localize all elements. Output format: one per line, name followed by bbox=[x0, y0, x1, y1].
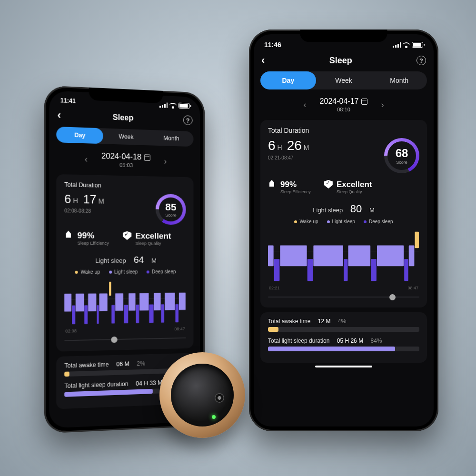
efficiency-metric: 99%Sleep Efficiency bbox=[64, 231, 109, 246]
total-duration-label: Total Duration bbox=[64, 181, 186, 190]
chart-axis: 02:2108:47 bbox=[268, 286, 419, 290]
svg-rect-26 bbox=[313, 246, 343, 267]
page-title: Sleep bbox=[329, 56, 352, 66]
awake-bar bbox=[268, 327, 278, 332]
total-duration-label: Total Duration bbox=[268, 127, 419, 134]
back-button[interactable]: ‹ bbox=[57, 109, 61, 121]
phone-right: 11:46 ‹ Sleep ? Day Week Month ‹ 2024-04… bbox=[249, 30, 438, 431]
svg-rect-17 bbox=[161, 304, 164, 323]
prev-day-button[interactable]: ‹ bbox=[304, 100, 307, 110]
summary-card: Total Duration 6H 26M 02:21-08:47 68 Sco… bbox=[260, 120, 427, 307]
svg-rect-1 bbox=[64, 294, 71, 312]
svg-rect-6 bbox=[97, 305, 99, 324]
svg-rect-8 bbox=[109, 282, 111, 296]
svg-rect-9 bbox=[111, 305, 115, 324]
light-sleep-bar bbox=[268, 347, 395, 351]
tab-day[interactable]: Day bbox=[56, 127, 103, 144]
tab-week[interactable]: Week bbox=[316, 77, 372, 84]
svg-rect-10 bbox=[115, 293, 123, 311]
rocket-icon bbox=[64, 231, 73, 240]
next-day-button[interactable]: › bbox=[164, 156, 167, 166]
svg-rect-18 bbox=[165, 293, 175, 310]
svg-rect-32 bbox=[409, 246, 415, 267]
screen-right: 11:46 ‹ Sleep ? Day Week Month ‹ 2024-04… bbox=[254, 34, 434, 426]
quality-metric: ExcellentSleep Quality bbox=[324, 180, 372, 194]
date-display[interactable]: 2024-04-17 08:10 bbox=[320, 97, 368, 112]
quality-metric: ExcellentSleep Quality bbox=[123, 231, 171, 246]
date-selector: ‹ 2024-04-18 05:03 › bbox=[49, 147, 200, 175]
svg-rect-25 bbox=[307, 259, 313, 281]
svg-rect-3 bbox=[76, 294, 84, 312]
svg-rect-12 bbox=[129, 293, 135, 311]
svg-rect-13 bbox=[136, 305, 139, 323]
signal-icon bbox=[159, 102, 168, 108]
battery-icon bbox=[412, 42, 423, 48]
shield-icon bbox=[324, 180, 333, 188]
svg-rect-24 bbox=[280, 246, 307, 267]
score-ring: 68 Score bbox=[384, 138, 419, 173]
tab-week[interactable]: Week bbox=[103, 133, 149, 141]
help-button[interactable]: ? bbox=[183, 115, 193, 125]
svg-rect-31 bbox=[404, 259, 408, 281]
legend-dot-light bbox=[327, 220, 330, 223]
status-time: 11:46 bbox=[264, 41, 281, 49]
legend-dot-deep bbox=[147, 270, 149, 273]
calendar-icon bbox=[361, 99, 367, 105]
navbar: ‹ Sleep ? bbox=[254, 52, 434, 71]
back-button[interactable]: ‹ bbox=[261, 54, 265, 67]
svg-rect-5 bbox=[88, 294, 96, 311]
legend-dot-light bbox=[109, 270, 112, 273]
svg-rect-29 bbox=[371, 259, 377, 281]
svg-rect-2 bbox=[72, 306, 75, 324]
svg-rect-33 bbox=[415, 232, 418, 248]
svg-rect-4 bbox=[84, 305, 88, 324]
notch bbox=[300, 30, 387, 42]
home-indicator[interactable] bbox=[315, 366, 372, 367]
chart-legend: Wake up Light sleep Deep sleep bbox=[64, 269, 186, 275]
page-title: Sleep bbox=[113, 113, 134, 122]
chart-scrubber[interactable] bbox=[64, 334, 186, 345]
svg-rect-30 bbox=[377, 246, 404, 267]
ring-sensor-icon bbox=[215, 393, 224, 403]
legend-dot-wake bbox=[75, 270, 78, 273]
sleep-stage-chart[interactable] bbox=[64, 279, 186, 327]
date-display[interactable]: 2024-04-18 05:03 bbox=[101, 152, 150, 169]
svg-rect-19 bbox=[175, 304, 178, 322]
svg-rect-16 bbox=[154, 293, 160, 310]
rocket-icon bbox=[268, 180, 277, 188]
tab-month[interactable]: Month bbox=[371, 77, 427, 84]
date-subtime: 05:03 bbox=[101, 161, 150, 169]
chart-scrubber[interactable] bbox=[268, 293, 419, 301]
svg-rect-11 bbox=[124, 305, 128, 323]
light-sleep-row: Total light sleep duration 05 H 26 M 84% bbox=[268, 337, 419, 351]
svg-rect-27 bbox=[344, 259, 347, 281]
sleep-stage-chart[interactable] bbox=[268, 229, 419, 284]
chart-legend: Wake up Light sleep Deep sleep bbox=[268, 219, 419, 224]
awake-bar bbox=[64, 372, 69, 377]
svg-rect-20 bbox=[179, 293, 186, 310]
sleep-range: 02:21-08:47 bbox=[268, 155, 312, 160]
stage-header: Light sleep 80 M bbox=[268, 203, 419, 215]
svg-rect-7 bbox=[99, 293, 107, 311]
awake-row: Total awake time 12 M 4% bbox=[268, 318, 419, 332]
svg-rect-28 bbox=[348, 246, 371, 267]
sleep-range: 02:08-08:28 bbox=[64, 208, 107, 214]
prev-day-button[interactable]: ‹ bbox=[85, 154, 88, 164]
next-day-button[interactable]: › bbox=[381, 100, 384, 110]
date-text: 2024-04-18 bbox=[101, 152, 141, 162]
stage-header: Light sleep 64 M bbox=[64, 255, 186, 266]
status-time: 11:41 bbox=[60, 97, 76, 105]
tab-day[interactable]: Day bbox=[260, 71, 316, 89]
period-segmented: Day Week Month bbox=[260, 71, 427, 89]
breakdown-card: Total awake time 12 M 4% Total light sle… bbox=[260, 312, 427, 363]
ring-led-icon bbox=[212, 415, 216, 419]
svg-rect-22 bbox=[268, 246, 274, 267]
tab-month[interactable]: Month bbox=[149, 134, 194, 142]
legend-dot-wake bbox=[294, 220, 297, 223]
help-button[interactable]: ? bbox=[416, 56, 426, 65]
date-subtime: 08:10 bbox=[320, 107, 368, 112]
date-text: 2024-04-17 bbox=[320, 97, 359, 106]
smart-ring-image bbox=[159, 352, 245, 438]
scrubber-thumb[interactable] bbox=[389, 294, 396, 300]
scrubber-thumb[interactable] bbox=[111, 337, 117, 343]
